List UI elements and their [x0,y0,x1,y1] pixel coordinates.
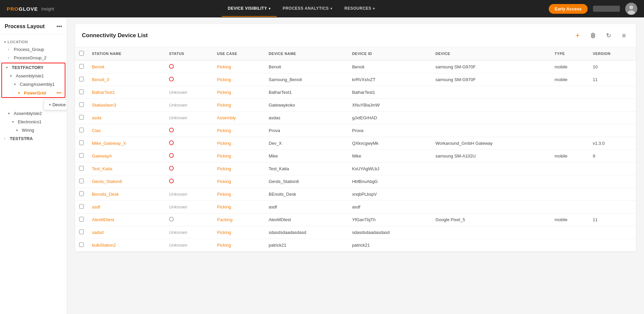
use-case-link[interactable]: Picking [217,166,231,171]
sidebar-item-teststra[interactable]: › TESTSTRA [0,134,67,143]
station-name-link[interactable]: BalharTest1 [92,90,115,95]
row-checkbox[interactable] [79,64,84,69]
use-case-link[interactable]: Picking [217,64,231,69]
main-layout: Process Layout ••• ▾ LOCATION › Process_… [0,17,644,314]
sidebar-item-casingassembly1[interactable]: ▾ CasingAssembly1 [2,80,65,88]
avatar[interactable] [625,3,637,15]
station-name-link[interactable]: asda [92,115,101,120]
add-device-icon[interactable]: + [572,30,583,41]
cell-station-name: asdf [88,201,165,213]
add-device-button[interactable]: + Device [44,99,67,110]
table-row: Test_KatiaPickingTest_KatiaKxUYAgWLbJ [75,163,636,175]
svg-point-3 [592,35,594,37]
cell-station-name: bulkStation2 [88,239,165,252]
station-name-link[interactable]: Ciao [92,128,101,133]
row-checkbox[interactable] [79,179,84,183]
use-case-link[interactable]: Picking [217,141,231,146]
cell-status [165,73,213,86]
sidebar-menu-button[interactable]: ••• [56,23,62,29]
early-access-button[interactable]: Early Access [549,4,588,14]
use-case-link[interactable]: Picking [217,128,231,133]
device-table-body: BenoitPickingBenoitBenoitsamsung SM-G970… [75,60,636,252]
station-name-link[interactable]: sadsd [92,230,104,235]
filter-icon[interactable]: ≡ [619,30,629,41]
use-case-link[interactable]: Assembly [217,115,236,120]
row-checkbox[interactable] [79,128,84,132]
status-unknown-text: Unknown [169,90,187,95]
table-row: asdaUnknownAssemblyasdasgJxtEGrHAD [75,112,636,124]
cell-device-id: gJxtEGrHAD [348,112,432,124]
chevron-right-icon: › [8,48,12,51]
use-case-link[interactable]: Picking [217,192,231,197]
nav-resources[interactable]: Resources ▾ [338,1,381,17]
chevron-down-icon: ▾ [4,40,6,44]
sidebar-item-assemblyisle1[interactable]: ▾ AssemblyIsle1 [2,72,65,80]
cell-device [431,163,550,175]
status-offline-icon [169,64,174,69]
use-case-link[interactable]: Packing [217,217,232,222]
logo: PROGLOVE Insight [7,6,54,12]
configure-icon[interactable] [588,30,598,41]
station-name-link[interactable]: Benoit_3 [92,77,109,82]
cell-device-id: asdf [348,201,432,213]
sidebar: Process Layout ••• ▾ LOCATION › Process_… [0,17,67,314]
row-checkbox[interactable] [79,230,84,234]
refresh-icon[interactable]: ↻ [603,30,614,41]
chevron-down-icon: ▾ [6,66,10,69]
use-case-link[interactable]: Picking [217,103,231,108]
more-options-icon[interactable]: ••• [56,90,61,96]
sidebar-item-process-group[interactable]: › Process_Group [0,45,67,54]
row-checkbox[interactable] [79,217,84,222]
cell-device-name: patrick21 [265,239,348,252]
cell-use-case: Picking [213,239,265,252]
cell-station-name: Statiasfaon3 [88,99,165,112]
chevron-right-icon: › [8,56,12,60]
station-name-link[interactable]: Test_Katia [92,166,112,171]
logo-text: PROGLOVE [7,6,38,12]
station-name-link[interactable]: bulkStation2 [92,243,116,248]
use-case-link[interactable]: Picking [217,77,231,82]
sidebar-item-wiring[interactable]: ▾ Wiring [0,126,67,134]
use-case-link[interactable]: Picking [217,230,231,235]
cell-version [589,163,636,175]
use-case-link[interactable]: Picking [217,90,231,95]
nav-device-visibility[interactable]: Device Visibility ▾ [222,1,277,17]
station-name-link[interactable]: AlexMDtest [92,217,114,222]
station-name-link[interactable]: Mike_Gateway_X [92,141,126,146]
row-checkbox[interactable] [79,115,84,120]
table-row: Mike_Gateway_XPickingDev_XQXkvcgwyMkWork… [75,137,636,150]
status-unknown-text: Unknown [169,204,187,209]
row-checkbox[interactable] [79,89,84,94]
col-device: DEVICE [431,47,550,60]
sidebar-item-electronics1[interactable]: ▾ Electronics1 [0,118,67,126]
use-case-link[interactable]: Picking [217,204,231,209]
cell-type: mobile [550,150,589,163]
station-name-link[interactable]: Statiasfaon3 [92,103,116,108]
row-checkbox[interactable] [79,153,84,158]
station-name-link[interactable]: Benoit [92,64,104,69]
row-checkbox[interactable] [79,242,84,247]
select-all-checkbox[interactable] [79,51,84,56]
cell-status: Unknown [165,86,213,99]
sidebar-item-testfactory[interactable]: ▾ TESTFACTORY [2,63,65,72]
sidebar-item-process-group-2[interactable]: › ProcessGroup_2 [0,54,67,62]
use-case-link[interactable]: Picking [217,243,231,248]
row-checkbox[interactable] [79,204,84,209]
row-checkbox[interactable] [79,166,84,171]
use-case-link[interactable]: Picking [217,179,231,184]
row-checkbox[interactable] [79,191,84,196]
sidebar-item-assemblyisle2[interactable]: ▾ AssemblyIsle2 [0,109,67,118]
row-checkbox[interactable] [79,77,84,81]
station-name-link[interactable]: Benoits_Desk [92,192,119,197]
row-checkbox[interactable] [79,140,84,145]
cell-use-case: Picking [213,188,265,201]
sidebar-item-powergrid[interactable]: ▾ PowerGrid ••• [2,88,65,97]
station-name-link[interactable]: Gerds_Station6 [92,179,122,184]
station-name-link[interactable]: asdf [92,204,100,209]
station-name-link[interactable]: GatewayA [92,153,112,159]
row-checkbox[interactable] [79,102,84,107]
nav-process-analytics[interactable]: Process Analytics ▾ [277,1,338,17]
cell-device-name: BEnoits_Desk [265,188,348,201]
cell-status [165,163,213,175]
use-case-link[interactable]: Picking [217,153,231,159]
